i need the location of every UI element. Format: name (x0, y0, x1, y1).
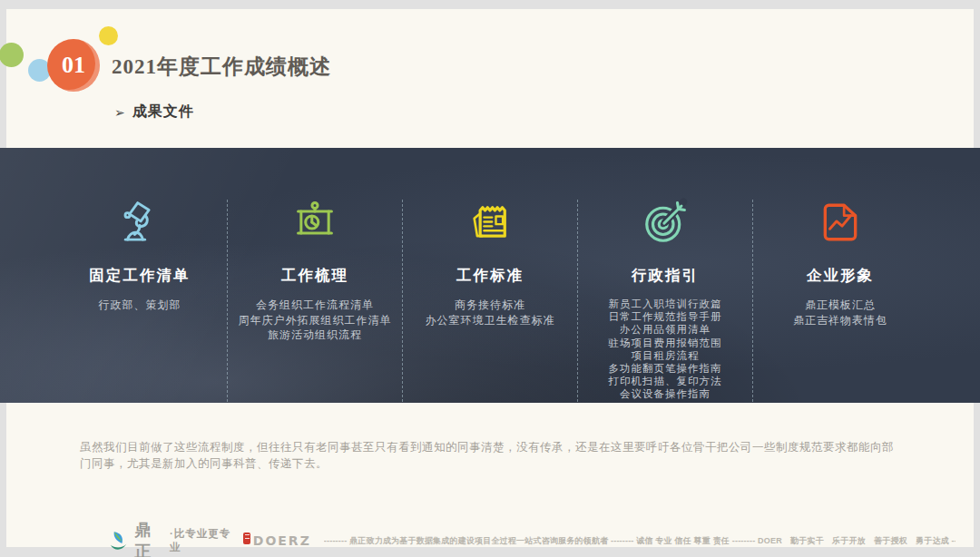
column-title: 固定工作清单 (53, 266, 227, 286)
brand-seal-icon (243, 533, 250, 544)
column-list: 行政部、策划部 (53, 298, 227, 313)
brand-logo-icon (108, 530, 129, 552)
feature-columns: 固定工作清单 行政部、策划部 工作梳理 (53, 148, 927, 403)
column-list: 会务组织工作流程清单 周年庆户外拓展组织工作清单 旅游活动组织流程 (228, 298, 402, 343)
feature-column-admin-guides: 行政指引 新员工入职培训行政篇 日常工作规范指导手册 办公用品领用清单 驻场项目… (578, 197, 752, 403)
document-chart-icon (753, 197, 927, 248)
arrow-bullet-icon: ➢ (114, 105, 126, 120)
column-item: 会务组织工作流程清单 (228, 298, 402, 313)
column-title: 企业形象 (753, 266, 927, 286)
brand-name: 鼎正 (134, 519, 168, 557)
newspaper-icon (403, 197, 577, 248)
column-item: 新员工入职培训行政篇 (578, 298, 752, 310)
column-item: 打印机扫描、复印方法 (578, 375, 752, 387)
decorative-circle-green (0, 43, 24, 67)
feature-column-work-sorting: 工作梳理 会务组织工作流程清单 周年庆户外拓展组织工作清单 旅游活动组织流程 (228, 197, 402, 403)
column-item: 鼎正吉祥物表情包 (753, 313, 927, 328)
subtitle: 成果文件 (132, 103, 194, 122)
column-item: 办公室环境卫生检查标准 (403, 313, 577, 328)
note-paragraph: 虽然我们目前做了这些流程制度，但往往只有老同事甚至只有看到通知的同事清楚，没有传… (80, 440, 897, 472)
column-item: 日常工作规范指导手册 (578, 310, 752, 323)
column-item: 行政部、策划部 (53, 298, 227, 313)
desk-lamp-icon (53, 197, 227, 248)
decorative-circle-yellow (99, 26, 118, 45)
footer: 鼎正 ·比专业更专业 DOERZ -------- 鼎正致力成为基于数据集成的建… (108, 529, 956, 552)
column-title: 工作标准 (403, 266, 577, 286)
footer-tagline: -------- 鼎正致力成为基于数据集成的建设项目全过程一站式咨询服务的领航者… (324, 535, 956, 547)
page-title: 2021年度工作成绩概述 (112, 53, 331, 81)
column-title: 工作梳理 (228, 266, 402, 286)
column-item: 会议设备操作指南 (578, 387, 752, 400)
dartboard-icon (578, 197, 752, 248)
column-item: 项目租房流程 (578, 349, 752, 362)
column-list: 新员工入职培训行政篇 日常工作规范指导手册 办公用品领用清单 驻场项目费用报销范… (578, 298, 752, 401)
section-number-badge: 01 (47, 39, 100, 92)
column-list: 商务接待标准 办公室环境卫生检查标准 (403, 298, 577, 327)
presentation-board-icon (228, 197, 402, 248)
column-item: 旅游活动组织流程 (228, 327, 402, 343)
column-item: 办公用品领用清单 (578, 323, 752, 336)
column-item: 周年庆户外拓展组织工作清单 (228, 313, 402, 328)
subtitle-row: ➢ 成果文件 (114, 103, 194, 122)
column-item: 驻场项目费用报销范围 (578, 337, 752, 349)
hero-photo-band: 固定工作清单 行政部、策划部 工作梳理 (0, 148, 980, 403)
column-list: 鼎正模板汇总 鼎正吉祥物表情包 (753, 298, 927, 327)
section-number: 01 (62, 52, 85, 79)
brand-slogan: ·比专业更专业 (170, 527, 240, 554)
feature-column-fixed-work-list: 固定工作清单 行政部、策划部 (53, 197, 227, 403)
column-item: 多功能翻页笔操作指南 (578, 362, 752, 375)
column-item: 商务接待标准 (403, 298, 577, 313)
column-title: 行政指引 (578, 266, 752, 286)
brand-latin: DOERZ (253, 533, 311, 548)
feature-column-work-standards: 工作标准 商务接待标准 办公室环境卫生检查标准 (403, 197, 577, 403)
column-item: 鼎正模板汇总 (753, 298, 927, 313)
feature-column-corporate-image: 企业形象 鼎正模板汇总 鼎正吉祥物表情包 (753, 197, 927, 403)
